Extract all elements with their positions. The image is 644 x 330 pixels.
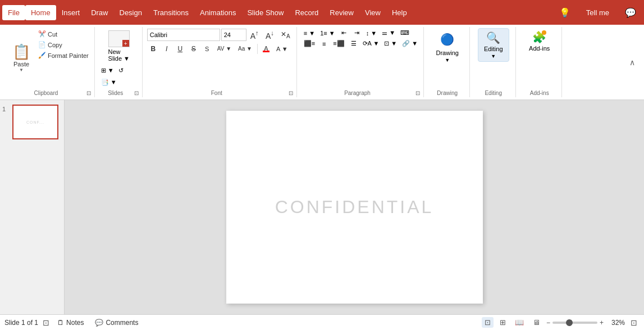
menu-draw[interactable]: Draw (85, 5, 113, 20)
italic-button[interactable]: I (161, 44, 173, 54)
new-slide-icon: + (108, 30, 130, 47)
menu-home[interactable]: Home (25, 5, 56, 20)
ribbon: 📋 Paste ▼ ✂️ Cut 📄 Copy 🖌️ Forma (0, 25, 644, 100)
menu-insert[interactable]: Insert (56, 5, 86, 20)
text-direction-button[interactable]: ⟳A ▼ (360, 39, 382, 48)
slide-canvas[interactable]: CONFIDENTIAL (226, 111, 483, 304)
drawing-group: 🔵 Drawing ▼ Drawing (425, 27, 470, 97)
presenter-view-button[interactable]: 🖥 (530, 317, 543, 328)
drawing-label: Drawing (436, 49, 459, 56)
section-button[interactable]: 📑 ▼ (99, 77, 118, 88)
format-painter-icon: 🖌️ (38, 52, 46, 59)
menu-animations[interactable]: Animations (194, 5, 241, 20)
zoom-out-icon[interactable]: − (546, 319, 550, 327)
tell-me-box[interactable]: Tell me (581, 5, 615, 20)
slide-view-icon[interactable]: ⊡ (43, 318, 49, 327)
lightbulb-icon[interactable]: 💡 (554, 4, 576, 21)
highlight-color-button[interactable]: A ▼ (273, 44, 291, 53)
clipboard-right: ✂️ Cut 📄 Copy 🖌️ Format Painter (36, 28, 91, 88)
menu-design[interactable]: Design (114, 5, 148, 20)
new-slide-button[interactable]: + NewSlide ▼ (106, 28, 132, 64)
editing-button[interactable]: 🔍 Editing ▼ (478, 28, 509, 62)
paste-dropdown-icon[interactable]: ▼ (19, 67, 24, 73)
numbering-button[interactable]: 1≡ ▼ (318, 29, 337, 38)
normal-view-button[interactable]: ⊡ (482, 317, 494, 328)
clipboard-expand-icon[interactable]: ⊡ (86, 90, 91, 96)
paragraph-group: ≡ ▼ 1≡ ▼ ⇤ ⇥ ↕ ▼ ⚌ ▼ ⌨ ⬛≡ ≡ ≡⬛ ☰ ⟳A ▼ ⊡ … (298, 27, 424, 97)
increase-font-button[interactable]: A↑ (248, 28, 262, 42)
editing-group: 🔍 Editing ▼ Editing (471, 27, 516, 97)
font-color-button[interactable]: A (260, 44, 272, 53)
menu-slideshow[interactable]: Slide Show (241, 5, 289, 20)
reset-button[interactable]: ↺ (117, 65, 125, 76)
paragraph-expand-icon[interactable]: ⊡ (415, 90, 420, 96)
editing-dropdown[interactable]: ▼ (491, 53, 496, 59)
new-slide-label: NewSlide ▼ (108, 48, 130, 62)
addins-group-label: Add-ins (520, 90, 558, 96)
underline-button[interactable]: U (174, 44, 186, 54)
slide-sorter-button[interactable]: ⊞ (497, 317, 509, 328)
menu-review[interactable]: Review (324, 5, 359, 20)
font-size-input[interactable] (221, 29, 246, 41)
text-shadow-button[interactable]: S (201, 44, 213, 53)
justify-button[interactable]: ☰ (348, 39, 360, 48)
menu-bar: File Home Insert Draw Design Transitions… (0, 0, 644, 25)
addins-icon-wrapper: 🧩 (532, 30, 546, 44)
drawing-dropdown[interactable]: ▼ (445, 57, 450, 63)
ribbon-collapse-button[interactable]: ∧ (627, 56, 637, 69)
notes-button[interactable]: 🗒 Notes (54, 318, 87, 328)
paste-button[interactable]: 📋 Paste ▼ (8, 28, 35, 88)
align-right-button[interactable]: ≡⬛ (331, 39, 346, 48)
menu-help[interactable]: Help (386, 5, 413, 20)
menu-file[interactable]: File (2, 5, 25, 20)
change-case-button[interactable]: Aa ▼ (235, 44, 255, 53)
char-spacing-button[interactable]: AV ▼ (214, 44, 234, 53)
menu-record[interactable]: Record (289, 5, 324, 20)
decrease-font-button[interactable]: A↓ (263, 28, 277, 42)
strikethrough-button[interactable]: S (188, 44, 200, 54)
comments-header-icon[interactable]: 💬 (619, 4, 642, 21)
increase-indent-button[interactable]: ⇥ (351, 28, 363, 38)
drawing-button[interactable]: 🔵 Drawing ▼ (431, 28, 464, 65)
zoom-thumb[interactable] (566, 319, 573, 326)
align-left-button[interactable]: ⬛≡ (302, 39, 317, 48)
clear-format-button[interactable]: ✕A (278, 29, 293, 40)
slides-label: Slides (99, 90, 132, 96)
smart-art-button[interactable]: ⌨ (398, 28, 412, 38)
zoom-in-icon[interactable]: + (600, 319, 604, 327)
font-name-input[interactable] (147, 29, 220, 41)
canvas-area[interactable]: CONFIDENTIAL (65, 100, 644, 314)
addins-button[interactable]: 🧩 Add-ins (523, 28, 555, 54)
format-painter-button[interactable]: 🖌️ Format Painter (36, 51, 91, 60)
bold-button[interactable]: B (147, 44, 159, 54)
clipboard-label: Clipboard (8, 90, 84, 96)
zoom-slider[interactable] (552, 322, 597, 324)
slide-watermark: CONFIDENTIAL (275, 197, 434, 218)
fit-slide-button[interactable]: ⊡ (628, 317, 640, 328)
status-left: Slide 1 of 1 ⊡ (4, 318, 49, 327)
clipboard-group: 📋 Paste ▼ ✂️ Cut 📄 Copy 🖌️ Forma (4, 27, 95, 97)
zoom-controls: − + (546, 319, 604, 327)
reading-view-button[interactable]: 📖 (512, 317, 527, 328)
comments-button[interactable]: 💬 Comments (92, 318, 141, 328)
columns-button[interactable]: ⚌ ▼ (380, 28, 398, 38)
addins-group: 🧩 Add-ins Add-ins (517, 27, 562, 97)
cut-button[interactable]: ✂️ Cut (36, 29, 91, 39)
zoom-level: 32% (607, 319, 625, 327)
slides-expand-icon[interactable]: ⊡ (134, 90, 139, 96)
slide-thumbnail-1[interactable]: 1 CONF... (2, 105, 62, 139)
menu-transitions[interactable]: Transitions (148, 5, 194, 20)
comments-icon: 💬 (95, 319, 103, 327)
align-text-button[interactable]: ⊡ ▼ (382, 39, 399, 48)
layout-button[interactable]: ⊞ ▼ (99, 65, 116, 76)
bullets-button[interactable]: ≡ ▼ (302, 29, 317, 38)
align-center-button[interactable]: ≡ (318, 39, 330, 48)
line-spacing-button[interactable]: ↕ ▼ (364, 29, 379, 38)
decrease-indent-button[interactable]: ⇤ (338, 28, 350, 38)
paragraph-label: Paragraph (302, 90, 413, 96)
font-expand-icon[interactable]: ⊡ (289, 90, 293, 96)
notes-icon: 🗒 (57, 319, 64, 327)
menu-view[interactable]: View (359, 5, 386, 20)
copy-button[interactable]: 📄 Copy (36, 40, 91, 49)
convert-smartart-button[interactable]: 🔗 ▼ (400, 39, 420, 48)
